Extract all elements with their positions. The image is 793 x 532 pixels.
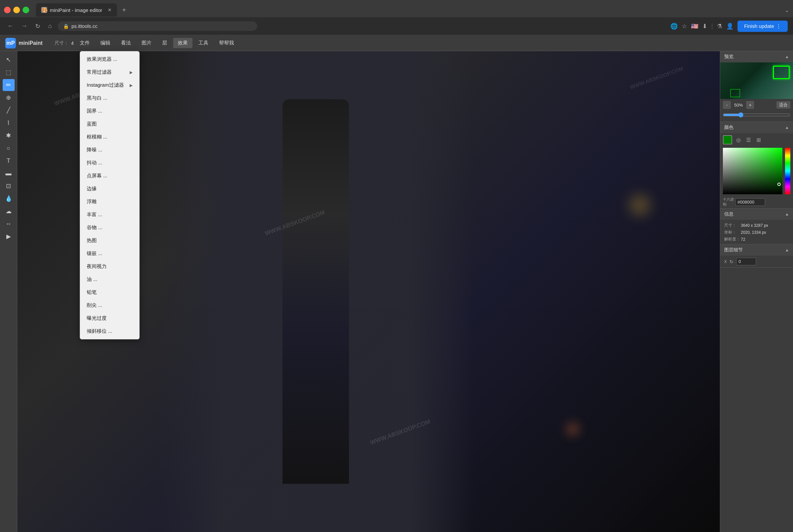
fit-button[interactable]: 适合	[776, 101, 790, 109]
info-size-value: 3640 x 3287 px	[741, 223, 768, 228]
color-title: 颜色	[724, 125, 734, 131]
forward-button[interactable]: →	[19, 21, 29, 31]
active-tab[interactable]: 🎨 miniPaint - image editor ✕	[36, 3, 117, 17]
translate-icon[interactable]: 🌐	[670, 23, 678, 30]
play-tool-button[interactable]: ▶	[3, 230, 15, 243]
select-tool-button[interactable]: ↖	[3, 54, 15, 66]
layer-header[interactable]: 图层细节 ▲	[720, 244, 793, 256]
finish-update-chevron: ⋮	[776, 23, 781, 29]
info-content: 尺寸： 3640 x 3287 px 坐标： 2020, 1334 px 解析度…	[720, 220, 793, 244]
effect-border[interactable]: 国界 ...	[80, 104, 139, 117]
layer-x-row: X ↻	[720, 256, 793, 267]
menu-help[interactable]: 帮帮我	[214, 38, 239, 48]
effect-inlay[interactable]: 镶嵌 ...	[80, 247, 139, 260]
finish-update-button[interactable]: Finish update ⋮	[737, 21, 788, 32]
effect-oil[interactable]: 油 ...	[80, 273, 139, 286]
effect-heatmap[interactable]: 热图	[80, 234, 139, 247]
menu-tools[interactable]: 工具	[194, 38, 213, 48]
menu-image[interactable]: 图片	[137, 38, 156, 48]
color-picker-wrapper	[720, 147, 793, 195]
address-text: ps.ittools.cc	[71, 23, 97, 29]
color-grid-button[interactable]: ⊞	[754, 135, 763, 144]
preview-section: 预览 ▲ - 50% + 适合	[720, 51, 793, 122]
labs-icon[interactable]: ⚗	[717, 23, 722, 30]
effect-edge[interactable]: 边缘	[80, 182, 139, 195]
smudge-tool-button[interactable]: ✱	[3, 130, 15, 141]
effect-night[interactable]: 夜间视力	[80, 260, 139, 273]
effect-dotscreen[interactable]: 点屏幕 ...	[80, 169, 139, 182]
color-spectrum-strip[interactable]	[785, 148, 790, 194]
effect-sharpen[interactable]: 削尖 ...	[80, 299, 139, 312]
color-wheel-button[interactable]: ◎	[734, 135, 743, 144]
effect-grain[interactable]: 谷物 ...	[80, 221, 139, 234]
line-tool-button[interactable]: ⌇	[3, 117, 15, 129]
menu-layer[interactable]: 层	[158, 38, 172, 48]
effect-emboss[interactable]: 浮雕	[80, 195, 139, 208]
zoom-slider[interactable]	[723, 112, 790, 117]
traffic-light-maximize[interactable]	[23, 7, 29, 13]
color-controls-row: ◎ ☰ ⊞	[720, 133, 793, 147]
effect-rich[interactable]: 丰富 ...	[80, 208, 139, 221]
effect-blur[interactable]: 框模糊 ...	[80, 131, 139, 144]
address-input-wrap[interactable]: 🔒 ps.ittools.cc	[58, 21, 257, 31]
info-coord-row: 坐标： 2020, 1334 px	[720, 229, 793, 236]
traffic-light-minimize[interactable]	[13, 7, 20, 13]
text-tool-button[interactable]: T	[3, 155, 15, 167]
transform-tool-button[interactable]: ↔	[3, 218, 15, 230]
rect-tool-button[interactable]: ▬	[3, 167, 15, 179]
effect-tilt[interactable]: 倾斜移位 ...	[80, 325, 139, 338]
effect-bw[interactable]: 黑与白 ...	[80, 92, 139, 104]
bookmark-icon[interactable]: ☆	[682, 23, 687, 30]
preview-zoom-controls: - 50% + 适合	[720, 99, 793, 111]
zoom-minus-button[interactable]: -	[723, 101, 731, 109]
new-tab-button[interactable]: +	[119, 5, 129, 15]
color-header[interactable]: 颜色 ▲	[720, 122, 793, 133]
crop-tool-button[interactable]: ⊡	[3, 180, 15, 192]
menu-edit[interactable]: 编辑	[96, 38, 115, 48]
shape-tool-button[interactable]: ○	[3, 142, 15, 154]
menu-view[interactable]: 看法	[116, 38, 135, 48]
menu-effects[interactable]: 效果	[173, 38, 192, 48]
download-icon[interactable]: ⬇	[702, 23, 707, 30]
home-button[interactable]: ⌂	[46, 21, 54, 31]
effect-browser[interactable]: 效果浏览器 ...	[80, 53, 139, 66]
color-list-button[interactable]: ☰	[744, 135, 753, 144]
effect-common[interactable]: 常用过滤器▶	[80, 66, 139, 79]
layer-refresh-icon[interactable]: ↻	[730, 259, 734, 264]
marquee-tool-button[interactable]: ⬚	[3, 66, 15, 78]
layer-title: 图层细节	[724, 247, 743, 253]
info-size-row: 尺寸： 3640 x 3287 px	[720, 222, 793, 229]
tab-expand-button[interactable]: ⌄	[785, 7, 789, 13]
menu-bar: mP miniPaint 尺寸： 4 文件 编辑 看法 图片 层 效果 工具 帮…	[0, 35, 793, 51]
blur-tool-button[interactable]: ☁	[3, 205, 15, 217]
info-res-row: 解析度： 72	[720, 236, 793, 243]
effects-dropdown-menu: 效果浏览器 ... 常用过滤器▶ Instagram过滤器▶ 黑与白 ... 国…	[80, 51, 140, 339]
paint-tool-button[interactable]: ╱	[3, 104, 15, 116]
color-section: 颜色 ▲ ◎ ☰ ⊞	[720, 122, 793, 209]
secure-icon: 🔒	[63, 23, 69, 29]
tab-close-button[interactable]: ✕	[108, 7, 112, 13]
layer-x-input[interactable]	[736, 258, 756, 265]
eyedropper-tool-button[interactable]: ⊕	[3, 92, 15, 103]
effect-shake[interactable]: 抖动 ...	[80, 156, 139, 169]
effect-overexpose[interactable]: 曝光过度	[80, 312, 139, 325]
effect-blueprint[interactable]: 蓝图	[80, 117, 139, 131]
flag-icon[interactable]: 🇺🇸	[691, 23, 698, 30]
traffic-light-close[interactable]	[4, 7, 11, 13]
back-button[interactable]: ←	[5, 21, 15, 31]
hex-input[interactable]	[735, 198, 765, 206]
zoom-plus-button[interactable]: +	[746, 101, 754, 109]
effect-pencil[interactable]: 铅笔	[80, 286, 139, 299]
menu-file[interactable]: 文件	[75, 38, 94, 48]
effect-instagram[interactable]: Instagram过滤器▶	[80, 79, 139, 92]
reload-button[interactable]: ↻	[33, 21, 42, 31]
effect-denoise[interactable]: 降噪 ...	[80, 144, 139, 156]
info-header[interactable]: 信息 ▲	[720, 209, 793, 220]
color-swatch[interactable]	[723, 135, 732, 145]
preview-header[interactable]: 预览 ▲	[720, 51, 793, 62]
brush-tool-button[interactable]: ✏	[3, 79, 15, 91]
dropper-tool-button[interactable]: 💧	[3, 193, 15, 205]
color-gradient-area[interactable]	[723, 148, 782, 194]
profile-icon[interactable]: 👤	[726, 23, 734, 30]
app-container: mP miniPaint 尺寸： 4 文件 编辑 看法 图片 层 效果 工具 帮…	[0, 35, 793, 532]
